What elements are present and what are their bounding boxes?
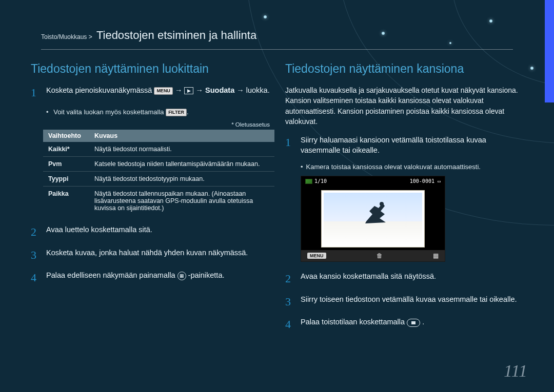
camera-preview: 1/10 100-0001 ▭ MENU 🗑 ▦ xyxy=(301,176,445,262)
substep-text: Voit valita luokan myös koskettamalla xyxy=(53,108,166,116)
menu-button-icon: MENU xyxy=(154,87,173,95)
step-3-right: 3 Siirry toiseen tiedostoon vetämällä ku… xyxy=(285,294,526,310)
preview-photo xyxy=(322,191,424,247)
arrow-text: → xyxy=(175,86,185,94)
step-text: Kosketa pienoiskuvanäkymässä xyxy=(46,86,154,94)
step-text: Palaa edelliseen näkymään painamalla xyxy=(46,271,177,279)
option-desc: Näytä tiedostot tiedostotyypin mukaan. xyxy=(89,171,274,186)
breadcrumb: Toisto/Muokkaus > xyxy=(41,33,92,40)
preview-counter: 1/10 xyxy=(305,178,327,184)
section-heading-right: Tiedostojen näyttäminen kansiona xyxy=(285,62,526,76)
substep-right-1: Kamera toistaa kansiossa olevat valokuva… xyxy=(301,163,526,171)
step-number: 4 xyxy=(31,270,39,286)
trash-icon[interactable]: 🗑 xyxy=(377,252,383,259)
thumbnails-icon[interactable]: ▦ xyxy=(433,252,439,259)
options-table: Vaihtoehto Kuvaus Kaikki* Näytä tiedosto… xyxy=(43,130,274,215)
step-number: 2 xyxy=(31,224,39,240)
svg-point-0 xyxy=(380,202,384,206)
option-desc: Näytä tiedostot normaalisti. xyxy=(89,142,274,157)
option-key: Tyyppi xyxy=(43,171,89,186)
step-number: 3 xyxy=(31,247,39,263)
preview-bottom-bar: MENU 🗑 ▦ xyxy=(301,250,445,261)
filter-button-icon: FILTER xyxy=(166,109,187,116)
step-1-left: 1 Kosketa pienoiskuvanäkymässä MENU → ▶ … xyxy=(31,85,272,101)
table-header-option: Vaihtoehto xyxy=(43,130,89,142)
preview-fileno: 100-0001 ▭ xyxy=(410,178,441,184)
table-row: Paikka Näytä tiedostot tallennuspaikan m… xyxy=(43,186,274,215)
play-mode-icon: ▶ xyxy=(184,87,193,94)
step-1-right: 1 Siirry haluamaasi kansioon vetämällä t… xyxy=(285,135,526,156)
step-text: Avaa kansio koskettamalla sitä näytössä. xyxy=(301,271,436,287)
table-row: Pvm Katsele tiedostoja niiden tallentami… xyxy=(43,156,274,171)
option-key: Pvm xyxy=(43,156,89,171)
step-2-left: 2 Avaa luettelo koskettamalla sitä. xyxy=(31,224,272,240)
option-desc: Katsele tiedostoja niiden tallentamispäi… xyxy=(89,156,274,171)
step-number: 3 xyxy=(285,294,293,310)
playback-button-icon xyxy=(407,319,420,327)
snowboarder-icon xyxy=(362,199,393,224)
suodata-label: Suodata xyxy=(205,86,234,94)
page-header: Toisto/Muokkaus > Tiedostojen etsiminen … xyxy=(0,0,554,45)
section-heading-left: Tiedostojen näyttäminen luokittain xyxy=(31,62,272,76)
step-number: 2 xyxy=(285,271,293,287)
step-4-right: 4 Palaa toistotilaan koskettamalla . xyxy=(285,317,526,333)
step-text: Palaa toistotilaan koskettamalla xyxy=(301,318,407,326)
substep-left-1: Voit valita luokan myös koskettamalla FI… xyxy=(46,108,272,116)
intro-paragraph: Jatkuvalla kuvauksella ja sarjakuvauksel… xyxy=(285,85,526,127)
back-button-icon: ▦ xyxy=(177,272,186,280)
table-row: Kaikki* Näytä tiedostot normaalisti. xyxy=(43,142,274,157)
step-text: . xyxy=(422,318,424,326)
table-row: Tyyppi Näytä tiedostot tiedostotyypin mu… xyxy=(43,171,274,186)
page-number: 111 xyxy=(504,361,527,381)
step-number: 1 xyxy=(31,85,39,101)
page-edge-marker xyxy=(545,0,554,102)
step-text: Siirry haluamaasi kansioon vetämällä toi… xyxy=(301,135,526,156)
option-key: Kaikki* xyxy=(43,142,89,157)
step-4-left: 4 Palaa edelliseen näkymään painamalla ▦… xyxy=(31,270,272,286)
page-title: Tiedostojen etsiminen ja hallinta xyxy=(96,29,256,42)
step-3-left: 3 Kosketa kuvaa, jonka haluat nähdä yhde… xyxy=(31,247,272,263)
default-note: * Oletusasetus xyxy=(31,121,270,128)
step-text: Kosketa kuvaa, jonka haluat nähdä yhden … xyxy=(46,247,248,263)
step-text: → luokka. xyxy=(236,86,269,94)
left-column: Tiedostojen näyttäminen luokittain 1 Kos… xyxy=(31,62,272,340)
table-header-desc: Kuvaus xyxy=(89,130,274,142)
option-desc: Näytä tiedostot tallennuspaikan mukaan. … xyxy=(89,186,274,215)
option-key: Paikka xyxy=(43,186,89,215)
step-number: 4 xyxy=(285,317,293,333)
arrow-text: → xyxy=(195,86,205,94)
step-number: 1 xyxy=(285,135,293,156)
step-text: Avaa luettelo koskettamalla sitä. xyxy=(46,224,152,240)
picture-icon xyxy=(305,179,312,184)
right-column: Tiedostojen näyttäminen kansiona Jatkuva… xyxy=(285,62,526,340)
step-text: Siirry toiseen tiedostoon vetämällä kuva… xyxy=(301,294,517,310)
preview-menu-button[interactable]: MENU xyxy=(307,253,326,259)
step-text: -painiketta. xyxy=(188,271,225,279)
step-2-right: 2 Avaa kansio koskettamalla sitä näytöss… xyxy=(285,271,526,287)
